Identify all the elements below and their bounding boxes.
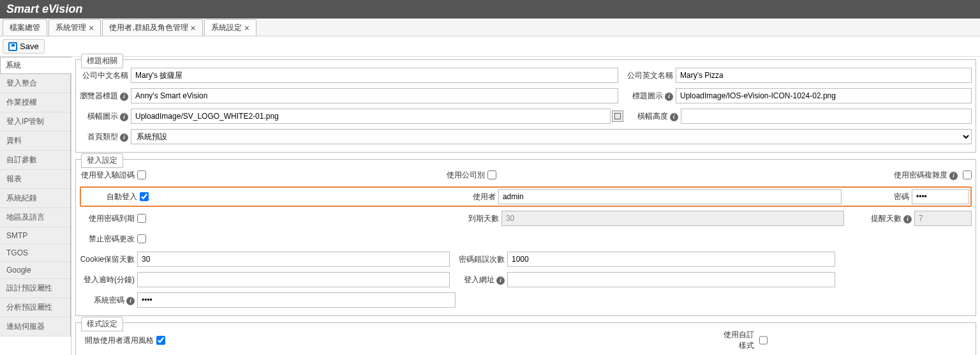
info-icon[interactable]: i xyxy=(949,172,958,180)
tab-system-settings[interactable]: 系統設定× xyxy=(204,19,256,36)
nav-item-google[interactable]: Google xyxy=(0,262,70,279)
label-remind-days: 提醒天數i xyxy=(844,213,914,224)
info-icon[interactable]: i xyxy=(126,297,135,305)
nav-item-tgos[interactable]: TGOS xyxy=(0,245,70,262)
fieldset-style: 樣式設定 開放使用者選用風格 使用自訂樣式 預設風格 簡約風格 戰情室風格 3D… xyxy=(75,322,976,355)
tab-file-manager[interactable]: 檔案總管 xyxy=(3,19,47,36)
nav-item-analysis-default[interactable]: 分析預設屬性 xyxy=(0,298,70,317)
info-icon[interactable]: i xyxy=(496,276,505,285)
tab-user-group[interactable]: 使用者,群組及角色管理× xyxy=(102,19,203,36)
label-open-user-style: 開放使用者選用風格 xyxy=(80,335,156,346)
label-user: 使用者 xyxy=(466,192,498,202)
nav-item-link-server[interactable]: 連結伺服器 xyxy=(0,317,70,336)
input-system-pw[interactable] xyxy=(137,292,456,308)
input-password[interactable] xyxy=(912,189,969,204)
legend-style: 樣式設定 xyxy=(81,317,123,331)
label-expire-days: 到期天數 xyxy=(463,213,501,224)
label-pw-error-count: 密碼錯誤次數 xyxy=(456,254,507,265)
input-remind-days xyxy=(914,211,972,226)
input-title-icon[interactable] xyxy=(676,88,972,103)
checkbox-use-company[interactable] xyxy=(487,170,496,179)
input-pw-error-count[interactable] xyxy=(507,252,835,267)
label-banner-height: 橫幅高度i xyxy=(630,111,681,122)
info-icon[interactable]: i xyxy=(120,133,128,142)
nav-item-custom-params[interactable]: 自訂參數 xyxy=(0,151,70,170)
nav-item-report[interactable]: 報表 xyxy=(0,170,70,189)
input-company-cn[interactable] xyxy=(131,68,618,83)
tabs-strip: 檔案總管 系統管理× 使用者,群組及角色管理× 系統設定× xyxy=(0,19,980,36)
input-company-en[interactable] xyxy=(676,68,972,83)
label-login-url: 登入網址i xyxy=(456,275,507,285)
info-icon[interactable]: i xyxy=(120,93,128,101)
app-titlebar: Smart eVision xyxy=(0,0,980,19)
close-icon[interactable]: × xyxy=(244,24,249,33)
save-icon xyxy=(8,42,17,51)
image-picker-icon[interactable] xyxy=(612,110,623,122)
input-cookie-keep[interactable] xyxy=(137,252,450,267)
label-cookie-keep: Cookie保留天數 xyxy=(80,254,137,265)
save-button[interactable]: Save xyxy=(3,39,45,54)
input-expire-days xyxy=(501,211,844,226)
info-icon[interactable]: i xyxy=(670,113,678,121)
nav-item-design-default[interactable]: 設計預設屬性 xyxy=(0,279,70,298)
nav-item-system-log[interactable]: 系統紀錄 xyxy=(0,189,70,208)
close-icon[interactable]: × xyxy=(89,24,94,33)
label-company-en: 公司英文名稱 xyxy=(625,70,676,81)
info-icon[interactable]: i xyxy=(120,113,128,121)
checkbox-use-captcha[interactable] xyxy=(137,170,146,179)
highlighted-auto-login-row: 自動登入 使用者 密碼 xyxy=(80,186,972,207)
legend-login: 登入設定 xyxy=(81,153,123,168)
label-browser-title: 瀏覽器標題i xyxy=(80,91,131,102)
checkbox-open-user-style[interactable] xyxy=(156,336,165,345)
nav-item-login-integration[interactable]: 登入整合 xyxy=(0,74,70,93)
label-company-cn: 公司中文名稱 xyxy=(80,70,131,81)
checkbox-use-pw-expire[interactable] xyxy=(137,214,146,223)
label-home-type: 首頁類型i xyxy=(80,132,131,142)
input-banner-icon[interactable] xyxy=(131,109,611,124)
tab-system-manage[interactable]: 系統管理× xyxy=(48,19,101,36)
legend-title: 標題相關 xyxy=(81,54,123,68)
nav-item-smtp[interactable]: SMTP xyxy=(0,227,70,245)
label-use-custom-style: 使用自訂樣式 xyxy=(717,329,757,351)
info-icon[interactable]: i xyxy=(665,93,673,101)
input-browser-title[interactable] xyxy=(131,88,618,103)
label-title-icon: 標題圖示i xyxy=(625,91,676,102)
nav-item-data[interactable]: 資料 xyxy=(0,132,70,151)
label-banner-icon: 橫幅圖示i xyxy=(80,111,131,122)
label-use-company: 使用公司別 xyxy=(436,170,487,181)
nav-item-region-lang[interactable]: 地區及語言 xyxy=(0,208,70,227)
fieldset-login: 登入設定 使用登入驗證碼 使用公司別 使用密碼複雜度i 自動登入 xyxy=(75,159,976,316)
label-password: 密碼 xyxy=(842,192,912,202)
checkbox-auto-login[interactable] xyxy=(140,192,149,201)
label-auto-login: 自動登入 xyxy=(82,192,140,202)
checkbox-use-custom-style[interactable] xyxy=(759,336,768,345)
label-use-pw-complex: 使用密碼複雜度i xyxy=(894,170,960,181)
nav-item-login-ip[interactable]: 登入IP管制 xyxy=(0,112,70,132)
label-forbid-pw-change: 禁止密碼更改 xyxy=(80,234,137,245)
checkbox-use-pw-complex[interactable] xyxy=(963,170,972,179)
input-banner-height[interactable] xyxy=(681,109,972,124)
toolbar: Save xyxy=(0,36,980,57)
label-use-pw-expire: 使用密碼到期 xyxy=(80,213,137,224)
nav-list: 登入整合 作業授權 登入IP管制 資料 自訂參數 報表 系統紀錄 地區及語言 S… xyxy=(0,73,71,336)
input-login-timeout[interactable] xyxy=(137,272,450,287)
nav-item-task-auth[interactable]: 作業授權 xyxy=(0,93,70,112)
close-icon[interactable]: × xyxy=(191,24,196,33)
fieldset-title: 標題相關 公司中文名稱 公司英文名稱 瀏覽器標題i 標題圖示i 橫幅圖示i 橫幅… xyxy=(75,59,976,153)
label-use-captcha: 使用登入驗證碼 xyxy=(80,170,137,181)
input-user[interactable] xyxy=(498,189,842,204)
info-icon[interactable]: i xyxy=(903,215,912,223)
checkbox-forbid-pw-change[interactable] xyxy=(137,234,146,243)
select-home-type[interactable]: 系統預設 xyxy=(131,129,972,144)
category-tab-system[interactable]: 系統 xyxy=(0,57,71,73)
app-title: Smart eVision xyxy=(6,3,82,15)
input-login-url[interactable] xyxy=(507,272,835,287)
label-login-timeout: 登入逾時(分鐘) xyxy=(80,275,137,285)
label-system-pw: 系統密碼i xyxy=(80,295,137,306)
